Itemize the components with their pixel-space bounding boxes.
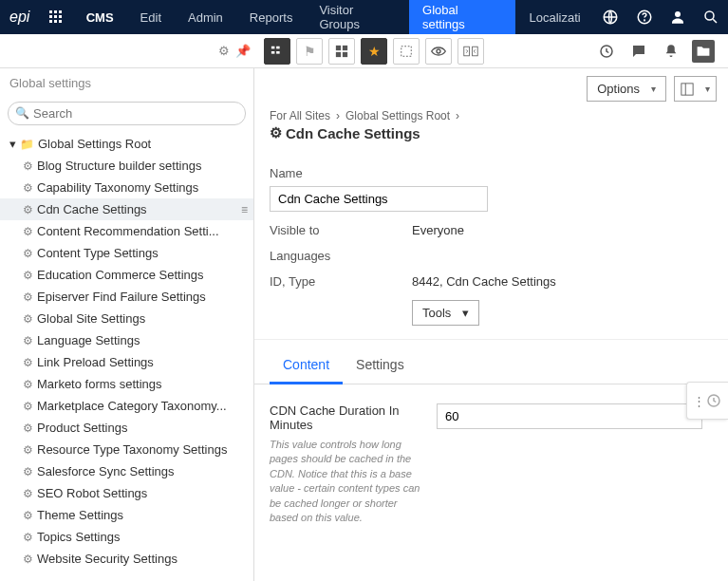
tree-item[interactable]: ⚙ Content Type Settings	[0, 242, 253, 264]
tree-label: Education Commerce Settings	[37, 268, 248, 282]
tree-item[interactable]: ⚙ Marketo forms settings	[0, 373, 253, 395]
tree-root[interactable]: ▾ 📁 Global Settings Root	[0, 133, 253, 155]
sidebar: Global settings 🔍 ▾ 📁 Global Settings Ro…	[0, 68, 254, 581]
tree-item[interactable]: ⚙ Product Settings	[0, 417, 253, 439]
chevron-down-icon: ▾	[462, 306, 469, 320]
tree-item[interactable]: ⚙ Capability Taxonomy Settings	[0, 177, 253, 198]
tree-item[interactable]: ⚙ Content Recommendation Setti...	[0, 220, 253, 242]
nav-localization[interactable]: Localizati	[515, 0, 593, 34]
gear-icon: ⚙	[23, 269, 33, 282]
tree-item[interactable]: ⚙ Website Security Settings	[0, 548, 253, 570]
toolbar: ⚙ 📌 ⚑ ★	[0, 34, 728, 68]
tree-view-icon[interactable]	[264, 38, 290, 65]
cache-duration-input[interactable]	[437, 403, 702, 429]
svg-point-13	[705, 11, 714, 20]
help-icon[interactable]	[627, 0, 661, 34]
tree-item[interactable]: ⚙ Link Preload Settings	[0, 351, 253, 373]
gear-icon: ⚙	[23, 312, 33, 326]
tools-button[interactable]: Tools▾	[412, 300, 479, 326]
tree-label: Episerver Find Failure Settings	[37, 290, 248, 304]
svg-rect-8	[59, 20, 62, 23]
tree-item[interactable]: ⚙ Resource Type Taxonomy Settings	[0, 439, 253, 460]
svg-point-12	[675, 11, 681, 17]
crumb[interactable]: For All Sites	[270, 109, 330, 122]
tab-content[interactable]: Content	[270, 347, 343, 384]
tree-item[interactable]: ⚙ SEO Robot Settings	[0, 482, 253, 504]
gear-icon: ⚙	[23, 225, 33, 238]
tree-label: Website Security Settings	[37, 552, 248, 566]
bell-icon[interactable]	[660, 40, 682, 63]
tree-item[interactable]: ⚙ Theme Settings	[0, 504, 253, 526]
tree-item[interactable]: ⚙ Global Site Settings	[0, 308, 253, 329]
gear-icon: ⚙	[23, 487, 33, 500]
svg-rect-19	[343, 45, 347, 49]
svg-rect-18	[336, 45, 341, 49]
flag-icon[interactable]: ⚑	[296, 38, 323, 65]
visible-label: Visible to	[270, 223, 412, 237]
gear-icon: ⚙	[23, 378, 33, 391]
tree-item[interactable]: ⚙ Education Commerce Settings	[0, 264, 253, 286]
refresh-icon[interactable]	[595, 40, 618, 63]
preview-icon[interactable]	[425, 38, 452, 65]
svg-rect-6	[49, 20, 52, 23]
options-button[interactable]: Options▾	[587, 76, 666, 102]
svg-rect-14	[271, 46, 275, 48]
nav-visitor-groups[interactable]: Visitor Groups	[306, 0, 409, 34]
nav-admin[interactable]: Admin	[175, 0, 236, 34]
folder-icon: 📁	[20, 138, 34, 151]
pin-icon[interactable]: 📌	[235, 44, 251, 58]
select-icon[interactable]	[393, 38, 420, 65]
tree-item[interactable]: ⚙ Cdn Cache Settings≡	[0, 198, 253, 220]
folder-icon[interactable]	[692, 40, 715, 63]
nav-global-settings[interactable]: Global settings	[409, 0, 515, 34]
page-title: ⚙Cdn Cache Settings	[254, 122, 728, 153]
svg-rect-22	[401, 46, 412, 56]
nav-reports[interactable]: Reports	[236, 0, 307, 34]
gear-icon: ⚙	[23, 181, 33, 195]
chevron-down-icon: ▾	[651, 84, 656, 94]
globe-icon[interactable]	[594, 0, 627, 34]
gear-icon: ⚙	[23, 247, 33, 260]
gear-icon[interactable]: ⚙	[218, 44, 230, 58]
grid-view-icon[interactable]	[328, 38, 355, 65]
tree-label: Cdn Cache Settings	[37, 202, 237, 216]
search-icon[interactable]	[695, 0, 728, 34]
tree-item[interactable]: ⚙ Salesforce Sync Settings	[0, 460, 253, 482]
tree-label: Link Preload Settings	[37, 355, 248, 369]
layout-button[interactable]: ▾	[674, 76, 717, 102]
drag-handle-icon[interactable]: ⋮	[686, 382, 728, 420]
nav-cms[interactable]: CMS	[73, 0, 127, 34]
menu-icon[interactable]: ≡	[241, 203, 248, 216]
tree-label: Global Settings Root	[38, 137, 248, 151]
star-icon[interactable]: ★	[361, 38, 387, 65]
svg-rect-4	[54, 15, 57, 18]
chat-icon[interactable]	[627, 40, 650, 63]
gear-icon: ⚙	[23, 334, 33, 347]
tree-item[interactable]: ⚙ Blog Structure builder settings	[0, 155, 253, 177]
tree-label: Language Settings	[37, 333, 248, 347]
gear-icon: ⚙	[23, 443, 33, 457]
tab-settings[interactable]: Settings	[343, 347, 418, 384]
gear-icon: ⚙	[23, 400, 33, 413]
tree-item[interactable]: ⚙ Topics Settings	[0, 526, 253, 548]
apps-icon[interactable]	[39, 0, 72, 34]
compare-icon[interactable]	[457, 38, 484, 65]
collapse-icon[interactable]: ▾	[9, 137, 16, 151]
name-input[interactable]	[270, 186, 488, 212]
tree-label: SEO Robot Settings	[37, 486, 248, 500]
gear-icon: ⚙	[23, 531, 33, 544]
tree-item[interactable]: ⚙ Marketplace Category Taxonomy...	[0, 395, 253, 417]
name-label: Name	[270, 166, 412, 180]
tree-label: Marketplace Category Taxonomy...	[37, 399, 248, 413]
user-icon[interactable]	[661, 0, 694, 34]
search-input[interactable]	[8, 102, 246, 125]
tree-item[interactable]: ⚙ Episerver Find Failure Settings	[0, 286, 253, 308]
nav-edit[interactable]: Edit	[127, 0, 175, 34]
tree-item[interactable]: ⚙ Language Settings	[0, 329, 253, 351]
tree-label: Capability Taxonomy Settings	[37, 180, 248, 195]
tree: ▾ 📁 Global Settings Root⚙ Blog Structure…	[0, 129, 253, 581]
gear-icon: ⚙	[23, 509, 33, 522]
svg-rect-25	[473, 47, 478, 56]
svg-rect-7	[54, 20, 57, 23]
crumb[interactable]: Global Settings Root	[345, 109, 450, 122]
